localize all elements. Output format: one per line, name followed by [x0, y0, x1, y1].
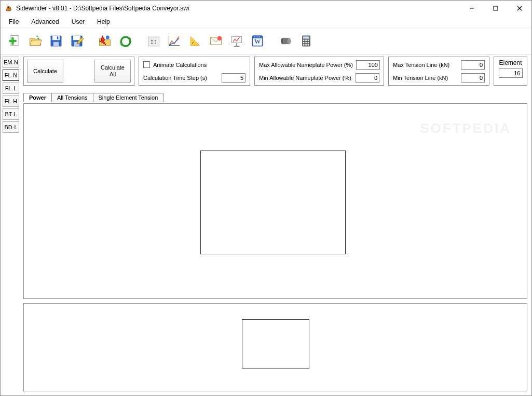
svg-point-16: [155, 40, 157, 42]
side-tabs: EM-N FL-N FL-L FL-H BT-L BD-L: [1, 54, 21, 395]
element-label: Element: [499, 59, 522, 66]
units-toggle-button[interactable]: [116, 30, 135, 52]
svg-point-18: [155, 43, 157, 45]
maximize-button[interactable]: [484, 1, 508, 16]
main-area: Calculate Calculate All Animate Calculat…: [21, 54, 531, 395]
side-tab-bd-l[interactable]: BD-L: [3, 121, 19, 133]
word-export-button[interactable]: W: [248, 30, 267, 52]
svg-text:W: W: [254, 38, 261, 45]
svg-point-17: [151, 43, 153, 45]
loading-button[interactable]: [144, 30, 163, 52]
svg-point-31: [256, 36, 257, 37]
calculate-button[interactable]: Calculate: [27, 60, 63, 83]
new-button[interactable]: [5, 30, 24, 52]
toolbar: W: [1, 28, 531, 54]
svg-point-13: [106, 36, 110, 39]
side-tab-bt-l[interactable]: BT-L: [3, 108, 19, 120]
save-button[interactable]: [46, 30, 66, 52]
chart-tabs: Power All Tensions Single Element Tensio…: [23, 90, 527, 101]
app-launch-button[interactable]: [95, 30, 115, 52]
open-button[interactable]: [25, 30, 45, 52]
min-power-input[interactable]: [356, 73, 379, 83]
calculate-all-button[interactable]: Calculate All: [94, 60, 131, 83]
min-tension-input[interactable]: [461, 73, 485, 83]
svg-rect-38: [303, 36, 309, 38]
plot-button[interactable]: [165, 30, 184, 52]
element-input[interactable]: [499, 69, 523, 78]
side-tab-fl-l[interactable]: FL-L: [3, 83, 19, 94]
max-power-label: Max Allowable Nameplate Power (%): [259, 62, 353, 68]
svg-rect-9: [57, 36, 59, 39]
lower-plot-placeholder: [242, 319, 309, 368]
animate-label: Animate Calculations: [153, 62, 207, 68]
roller-button[interactable]: [276, 30, 295, 52]
svg-rect-42: [303, 42, 305, 44]
lower-plot-area: [23, 303, 527, 391]
window-title: Sidewinder - v8.01 - D:\Softpedia Files\…: [16, 5, 460, 12]
svg-point-20: [217, 36, 222, 40]
close-button[interactable]: [508, 1, 531, 16]
svg-rect-45: [303, 44, 305, 46]
tab-single-element-tension[interactable]: Single Element Tension: [93, 93, 164, 102]
upper-plot-placeholder: [200, 151, 346, 254]
side-tab-em-n[interactable]: EM-N: [3, 57, 19, 68]
svg-point-0: [8, 7, 9, 8]
svg-rect-46: [305, 44, 307, 46]
max-tension-input[interactable]: [461, 60, 485, 70]
min-tension-label: Min Tension Line (kN): [393, 75, 448, 81]
svg-rect-44: [308, 42, 309, 44]
timestep-label: Calculation Time Step (s): [143, 75, 207, 81]
timestep-input[interactable]: [222, 73, 245, 83]
side-tab-fl-h[interactable]: FL-H: [3, 95, 19, 107]
presentation-button[interactable]: [227, 30, 247, 52]
watermark: SOFTPEDIA: [420, 120, 511, 136]
max-power-input[interactable]: [356, 60, 380, 70]
app-icon: [5, 4, 13, 12]
svg-point-32: [257, 36, 258, 37]
svg-rect-43: [305, 42, 307, 44]
titlebar: Sidewinder - v8.01 - D:\Softpedia Files\…: [1, 1, 531, 16]
minimize-button[interactable]: [460, 1, 484, 16]
tab-power[interactable]: Power: [23, 93, 52, 102]
svg-rect-39: [303, 39, 305, 41]
min-power-label: Min Allowable Nameplate Power (%): [259, 75, 351, 81]
animate-checkbox[interactable]: [143, 61, 150, 68]
svg-point-15: [151, 40, 153, 42]
menu-file[interactable]: File: [4, 17, 24, 26]
svg-rect-41: [308, 39, 309, 41]
svg-rect-8: [53, 42, 59, 47]
menu-advanced[interactable]: Advanced: [26, 17, 64, 26]
svg-rect-47: [308, 44, 309, 46]
svg-point-36: [288, 38, 291, 44]
svg-rect-2: [494, 6, 498, 10]
menu-help[interactable]: Help: [92, 17, 115, 26]
calculator-button[interactable]: [296, 30, 316, 52]
geometry-button[interactable]: [185, 30, 205, 52]
svg-point-30: [254, 36, 255, 37]
menu-user[interactable]: User: [66, 17, 90, 26]
svg-point-33: [260, 36, 261, 37]
svg-rect-40: [305, 39, 307, 41]
tab-all-tensions[interactable]: All Tensions: [51, 93, 93, 102]
svg-rect-14: [148, 37, 159, 46]
max-tension-label: Max Tension Line (kN): [393, 62, 449, 68]
upper-plot-area: SOFTPEDIA: [23, 103, 527, 299]
svg-rect-11: [73, 36, 80, 40]
side-tab-fl-n[interactable]: FL-N: [3, 70, 19, 81]
svg-rect-7: [52, 36, 60, 40]
mail-button[interactable]: [206, 30, 226, 52]
save-as-button[interactable]: [67, 30, 87, 52]
menubar: File Advanced User Help: [1, 16, 531, 28]
